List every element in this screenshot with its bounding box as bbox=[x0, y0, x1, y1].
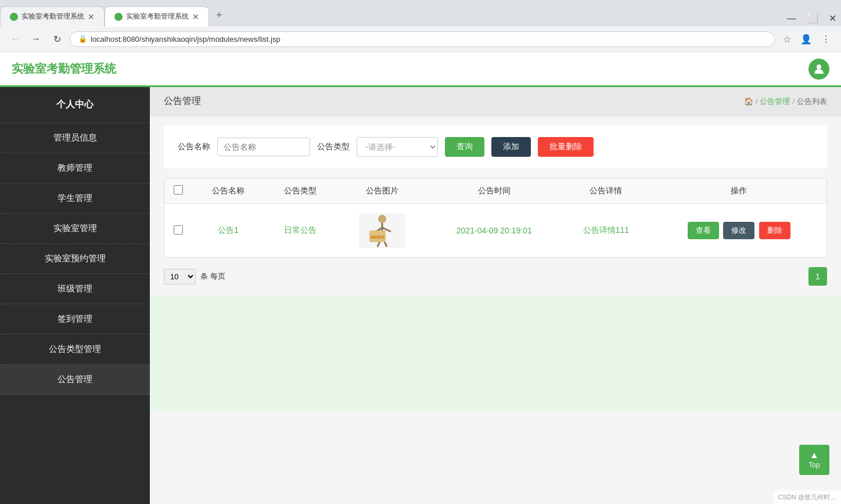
page-num-1[interactable]: 1 bbox=[808, 267, 827, 286]
row-image-cell: NEWS bbox=[336, 204, 428, 258]
close-button[interactable]: ✕ bbox=[824, 10, 841, 26]
add-button[interactable]: 添加 bbox=[491, 137, 531, 157]
search-name-input[interactable] bbox=[217, 138, 310, 156]
tab-close-2[interactable]: ✕ bbox=[192, 13, 199, 21]
breadcrumb-notice-list: 公告列表 bbox=[797, 96, 827, 107]
app-title: 实验室考勤管理系统 bbox=[12, 61, 116, 77]
svg-point-0 bbox=[817, 64, 821, 69]
green-area bbox=[150, 295, 841, 411]
col-header-action: 操作 bbox=[652, 178, 826, 204]
news-image: NEWS bbox=[359, 213, 405, 248]
row-actions: 查看 修改 删除 bbox=[652, 204, 826, 258]
lock-icon: 🔒 bbox=[78, 35, 87, 43]
window-controls: — ⬜ ✕ bbox=[782, 10, 841, 26]
per-page-select[interactable]: 10 20 50 bbox=[164, 269, 196, 285]
col-header-image: 公告图片 bbox=[336, 178, 428, 204]
sidebar-item-attendance[interactable]: 签到管理 bbox=[0, 304, 150, 334]
main-layout: 个人中心 管理员信息 教师管理 学生管理 实验室管理 实验室预约管理 班级管理 … bbox=[0, 87, 841, 504]
row-checkbox-cell bbox=[164, 204, 192, 258]
row-detail-link[interactable]: 公告详情111 bbox=[583, 225, 629, 235]
menu-button[interactable]: ⋮ bbox=[818, 31, 834, 47]
sidebar-item-teacher-mgmt[interactable]: 教师管理 bbox=[0, 153, 150, 183]
breadcrumb-home[interactable]: 🏠 bbox=[744, 97, 753, 106]
col-header-detail: 公告详情 bbox=[560, 178, 652, 204]
content-title: 公告管理 bbox=[164, 95, 201, 107]
breadcrumb-notice-mgmt[interactable]: 公告管理 bbox=[760, 96, 790, 107]
back-to-top-button[interactable]: ▲ Top bbox=[799, 445, 829, 475]
browser-toolbar: ← → ↻ 🔒 localhost:8080/shiyanshikaoqin/j… bbox=[0, 26, 841, 52]
per-page-label: 条 每页 bbox=[200, 271, 225, 282]
table-header-row: 公告名称 公告类型 公告图片 公告时间 公告详情 操作 bbox=[164, 178, 826, 204]
search-name-label: 公告名称 bbox=[178, 142, 210, 152]
row-type-link[interactable]: 日常公告 bbox=[284, 225, 317, 235]
back-button[interactable]: ← bbox=[7, 31, 23, 47]
col-header-name: 公告名称 bbox=[192, 178, 264, 204]
page-numbers: 1 bbox=[808, 267, 827, 286]
content-area: 公告管理 🏠 / 公告管理 / 公告列表 公告名称 公告类型 -请选择- 查询 … bbox=[150, 87, 841, 504]
notice-table: 公告名称 公告类型 公告图片 公告时间 公告详情 操作 公告1 bbox=[164, 178, 826, 257]
sidebar-item-lab-booking[interactable]: 实验室预约管理 bbox=[0, 244, 150, 274]
browser-tab-2[interactable]: 实验室考勤管理系统 ✕ bbox=[105, 6, 209, 27]
sidebar-header: 个人中心 bbox=[0, 87, 150, 123]
table-row: 公告1 日常公告 bbox=[164, 204, 826, 258]
address-text: localhost:8080/shiyanshikaoqin/jsp/modul… bbox=[91, 35, 766, 44]
edit-button[interactable]: 修改 bbox=[723, 222, 754, 239]
breadcrumb-sep-2: / bbox=[792, 97, 795, 106]
row-type: 日常公告 bbox=[264, 204, 336, 258]
tab-label-2: 实验室考勤管理系统 bbox=[126, 12, 189, 21]
sidebar-item-notice-type[interactable]: 公告类型管理 bbox=[0, 334, 150, 365]
address-bar[interactable]: 🔒 localhost:8080/shiyanshikaoqin/jsp/mod… bbox=[70, 31, 775, 47]
svg-text:NEWS: NEWS bbox=[371, 235, 385, 240]
new-tab-button[interactable]: + bbox=[209, 5, 229, 26]
news-svg: NEWS bbox=[359, 213, 405, 248]
batch-delete-button[interactable]: 批量删除 bbox=[538, 137, 594, 157]
col-header-time: 公告时间 bbox=[428, 178, 560, 204]
profile-button[interactable]: 👤 bbox=[797, 31, 815, 47]
tab-label-1: 实验室考勤管理系统 bbox=[21, 12, 84, 21]
back-to-top-label: Top bbox=[808, 461, 820, 469]
sidebar-item-student-mgmt[interactable]: 学生管理 bbox=[0, 183, 150, 214]
sidebar: 个人中心 管理员信息 教师管理 学生管理 实验室管理 实验室预约管理 班级管理 … bbox=[0, 87, 150, 504]
forward-button[interactable]: → bbox=[28, 31, 44, 47]
query-button[interactable]: 查询 bbox=[445, 137, 484, 157]
row-checkbox[interactable] bbox=[174, 225, 183, 235]
content-header: 公告管理 🏠 / 公告管理 / 公告列表 bbox=[150, 87, 841, 116]
tab-favicon-1 bbox=[10, 13, 18, 21]
tab-close-1[interactable]: ✕ bbox=[88, 13, 95, 21]
breadcrumb-sep-1: / bbox=[756, 97, 758, 106]
tab-favicon-2 bbox=[114, 13, 123, 21]
browser-tab-1[interactable]: 实验室考勤管理系统 ✕ bbox=[0, 6, 105, 26]
delete-button[interactable]: 删除 bbox=[759, 222, 790, 239]
svg-point-2 bbox=[378, 215, 386, 223]
sidebar-item-admin-info[interactable]: 管理员信息 bbox=[0, 123, 150, 153]
row-time-text: 2021-04-09 20:19:01 bbox=[457, 226, 532, 235]
csdn-watermark: CSDN @曾几何时… bbox=[774, 491, 841, 504]
table-container: 公告名称 公告类型 公告图片 公告时间 公告详情 操作 公告1 bbox=[164, 178, 827, 258]
sidebar-item-lab-mgmt[interactable]: 实验室管理 bbox=[0, 214, 150, 244]
pagination-bar: 10 20 50 条 每页 1 bbox=[150, 258, 841, 295]
sidebar-item-notice-mgmt[interactable]: 公告管理 bbox=[0, 365, 150, 395]
bookmark-button[interactable]: ☆ bbox=[779, 31, 795, 47]
select-all-checkbox[interactable] bbox=[174, 185, 183, 195]
user-avatar[interactable] bbox=[808, 59, 829, 80]
maximize-button[interactable]: ⬜ bbox=[802, 10, 823, 26]
search-type-select[interactable]: -请选择- bbox=[357, 137, 438, 157]
row-time: 2021-04-09 20:19:01 bbox=[428, 204, 560, 258]
toolbar-actions: ☆ 👤 ⋮ bbox=[779, 31, 834, 47]
back-to-top-arrow: ▲ bbox=[810, 451, 819, 460]
row-detail: 公告详情111 bbox=[560, 204, 652, 258]
row-name-link[interactable]: 公告1 bbox=[218, 225, 239, 235]
browser-chrome: 实验室考勤管理系统 ✕ 实验室考勤管理系统 ✕ + — ⬜ ✕ ← → ↻ 🔒 … bbox=[0, 0, 841, 52]
reload-button[interactable]: ↻ bbox=[49, 31, 65, 47]
browser-tabs: 实验室考勤管理系统 ✕ 实验室考勤管理系统 ✕ + — ⬜ ✕ bbox=[0, 0, 841, 26]
app-header: 实验室考勤管理系统 bbox=[0, 52, 841, 87]
search-type-label: 公告类型 bbox=[317, 142, 350, 152]
header-checkbox-cell bbox=[164, 178, 192, 204]
row-name: 公告1 bbox=[192, 204, 264, 258]
sidebar-item-class-mgmt[interactable]: 班级管理 bbox=[0, 274, 150, 304]
minimize-button[interactable]: — bbox=[782, 10, 801, 26]
col-header-type: 公告类型 bbox=[264, 178, 336, 204]
view-button[interactable]: 查看 bbox=[688, 222, 719, 239]
breadcrumb: 🏠 / 公告管理 / 公告列表 bbox=[744, 96, 827, 107]
search-bar: 公告名称 公告类型 -请选择- 查询 添加 批量删除 bbox=[164, 125, 827, 168]
